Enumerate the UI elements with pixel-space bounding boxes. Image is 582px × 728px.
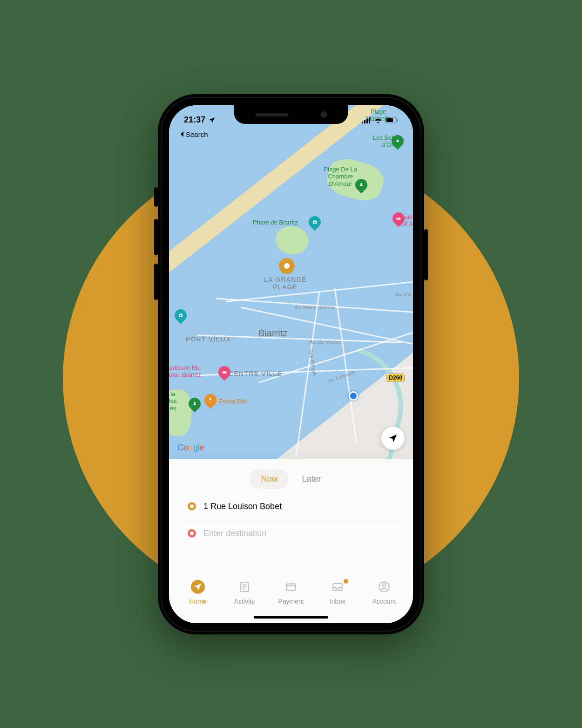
poi-label: Plage De La Chambre D'Amour bbox=[324, 166, 357, 188]
tab-account[interactable]: Account bbox=[363, 580, 405, 605]
tab-label: Activity bbox=[234, 598, 255, 605]
status-time: 21:37 bbox=[184, 115, 205, 125]
pickup-dot-icon bbox=[188, 502, 196, 510]
segment-later[interactable]: Later bbox=[291, 469, 332, 489]
tab-activity[interactable]: Activity bbox=[223, 580, 265, 605]
location-arrow-icon bbox=[388, 433, 398, 443]
wifi-icon bbox=[374, 117, 382, 123]
district-label: CENTRE VILLE bbox=[229, 370, 282, 377]
poi-label: la les es bbox=[169, 390, 177, 412]
svg-rect-0 bbox=[362, 122, 363, 123]
destination-dot-icon bbox=[188, 529, 196, 537]
front-camera bbox=[320, 111, 327, 118]
road-label: Av. Reine Victoria bbox=[295, 305, 335, 310]
when-segmented: Now Later bbox=[169, 459, 413, 493]
svg-point-19 bbox=[383, 584, 386, 587]
poi-label: Résid Golf A bbox=[397, 213, 413, 228]
home-indicator[interactable] bbox=[254, 616, 328, 619]
road-label: Av. d'A bbox=[396, 292, 412, 297]
svg-rect-17 bbox=[333, 583, 342, 590]
road-badge: D260 bbox=[386, 374, 405, 382]
tab-inbox[interactable]: Inbox bbox=[317, 580, 359, 605]
mute-switch[interactable] bbox=[154, 187, 158, 207]
svg-rect-1 bbox=[364, 120, 365, 123]
account-tab-icon bbox=[378, 581, 390, 593]
back-to-search[interactable]: Search bbox=[179, 130, 208, 138]
volume-up[interactable] bbox=[154, 219, 158, 255]
city-label: Biarritz bbox=[258, 328, 287, 339]
booking-sheet: Now Later 1 Rue Louison Bobet Enter dest… bbox=[169, 459, 413, 623]
pickup-marker-icon[interactable] bbox=[279, 258, 295, 274]
home-tab-icon bbox=[194, 583, 202, 591]
poi-label: adisson Blu otel, Biarritz bbox=[169, 364, 201, 379]
district-label: LA GRANDE PLAGE bbox=[264, 276, 307, 291]
payment-tab-icon bbox=[284, 581, 298, 593]
tab-payment[interactable]: Payment bbox=[270, 580, 312, 605]
speaker-grille bbox=[255, 113, 288, 116]
inbox-unread-dot-icon bbox=[344, 579, 348, 584]
segment-now[interactable]: Now bbox=[250, 469, 289, 489]
poi-label: Les Sables d'Or bbox=[373, 134, 403, 149]
activity-tab-icon bbox=[238, 581, 250, 593]
battery-icon bbox=[385, 117, 398, 123]
chevron-left-icon bbox=[179, 131, 185, 137]
location-services-icon bbox=[208, 116, 216, 124]
svg-rect-3 bbox=[369, 117, 370, 123]
pickup-address-value: 1 Rue Louison Bobet bbox=[203, 502, 282, 511]
phone-frame: 21:37 Search bbox=[158, 94, 424, 634]
tab-label: Inbox bbox=[330, 598, 345, 605]
tab-label: Account bbox=[372, 598, 396, 605]
poi-label: Phare de Biarritz bbox=[253, 219, 298, 226]
destination-placeholder: Enter destination bbox=[203, 529, 266, 538]
tab-home[interactable]: Home bbox=[177, 580, 219, 605]
notch bbox=[234, 105, 348, 124]
svg-rect-2 bbox=[366, 119, 368, 123]
current-location-dot bbox=[349, 391, 358, 401]
recenter-button[interactable] bbox=[381, 427, 405, 450]
road-label: Av. de Verdun bbox=[310, 339, 341, 345]
svg-rect-6 bbox=[386, 118, 393, 122]
pickup-field[interactable]: 1 Rue Louison Bobet bbox=[176, 493, 406, 520]
screen: 21:37 Search bbox=[169, 105, 413, 623]
volume-down[interactable] bbox=[154, 264, 158, 300]
tab-label: Home bbox=[189, 598, 206, 605]
tab-label: Payment bbox=[278, 598, 304, 605]
poi-label: Etxola Bibi bbox=[218, 398, 247, 405]
power-button[interactable] bbox=[424, 229, 428, 280]
svg-point-8 bbox=[223, 371, 224, 372]
map-view[interactable]: Plage Marinella Les Sables d'Or Plage De… bbox=[169, 105, 413, 459]
inbox-tab-icon bbox=[331, 581, 344, 593]
back-label: Search bbox=[186, 130, 208, 138]
district-label: PORT VIEUX bbox=[186, 335, 231, 343]
svg-rect-15 bbox=[286, 584, 296, 590]
svg-rect-5 bbox=[397, 119, 398, 121]
destination-field[interactable]: Enter destination bbox=[176, 520, 406, 547]
map-attribution: Google bbox=[177, 443, 204, 453]
cellular-icon bbox=[362, 117, 371, 123]
